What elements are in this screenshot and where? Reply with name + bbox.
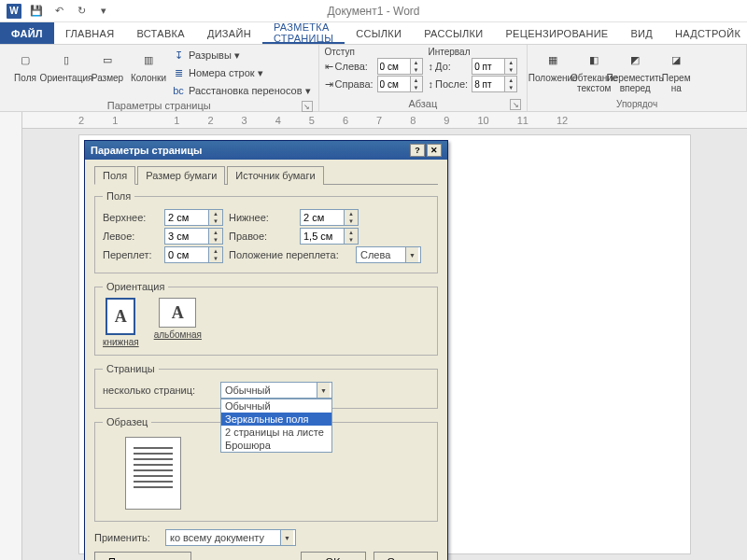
hyphenation-button[interactable]: bcРасстановка переносов ▾ xyxy=(170,82,313,99)
cancel-button[interactable]: Отмена xyxy=(374,552,438,560)
multiple-pages-select[interactable]: Обычный▼ xyxy=(220,382,332,399)
chevron-down-icon[interactable]: ▼ xyxy=(280,530,293,545)
tab-addins[interactable]: НАДСТРОЙК xyxy=(664,22,747,44)
send-backward-button[interactable]: ◪Перем на xyxy=(656,47,696,95)
ribbon-tabs: ФАЙЛ ГЛАВНАЯ ВСТАВКА ДИЗАЙН РАЗМЕТКА СТР… xyxy=(0,22,747,45)
margins-icon: ▢ xyxy=(12,49,38,71)
spacing-after-input[interactable]: ▲▼ xyxy=(472,76,517,92)
columns-icon: ▥ xyxy=(135,49,162,71)
qat-more-icon[interactable]: ▾ xyxy=(93,2,114,21)
spacing-header: Интервал xyxy=(429,47,522,57)
group-arrange: ▦Положение ◧Обтекание текстом ◩Перемести… xyxy=(528,45,747,111)
title-bar: W 💾 ↶ ↻ ▾ Документ1 - Word xyxy=(0,0,747,22)
ribbon: ▢Поля ▯Ориентация ▭Размер ▥Колонки ↧Разр… xyxy=(0,45,747,112)
tab-file[interactable]: ФАЙЛ xyxy=(0,22,54,44)
dropdown-option[interactable]: Брошюра xyxy=(221,439,331,452)
paragraph-launcher-icon[interactable]: ↘ xyxy=(510,99,521,110)
spin-up-icon[interactable]: ▲ xyxy=(411,59,422,66)
multiple-pages-label: несколько страниц: xyxy=(103,385,215,396)
page-setup-launcher-icon[interactable]: ↘ xyxy=(302,101,313,112)
gutter-input[interactable]: ▲▼ xyxy=(164,246,223,263)
indent-right-label: ⇥Справа: xyxy=(325,78,374,91)
dropdown-option[interactable]: Обычный xyxy=(221,399,331,413)
margin-right-input[interactable]: ▲▼ xyxy=(300,228,359,245)
margin-top-label: Верхнее: xyxy=(103,212,159,223)
size-icon: ▭ xyxy=(94,49,120,71)
group-page-setup: ▢Поля ▯Ориентация ▭Размер ▥Колонки ↧Разр… xyxy=(0,45,319,111)
close-icon[interactable]: ✕ xyxy=(427,144,442,157)
chevron-down-icon[interactable]: ▼ xyxy=(405,247,418,262)
size-button[interactable]: ▭Размер xyxy=(88,47,127,85)
tab-insert[interactable]: ВСТАВКА xyxy=(125,22,195,44)
position-icon: ▦ xyxy=(540,49,566,71)
dialog-tab-layout[interactable]: Источник бумаги xyxy=(227,166,323,185)
breaks-button[interactable]: ↧Разрывы ▾ xyxy=(170,47,313,63)
tab-references[interactable]: ССЫЛКИ xyxy=(345,22,413,44)
page-setup-dialog: Параметры страницы ? ✕ Поля Размер бумаг… xyxy=(84,140,448,560)
pages-fieldset: Страницы несколько страниц: Обычный▼ Обы… xyxy=(94,363,438,409)
spacing-before-icon: ↕ xyxy=(429,61,434,72)
ok-button[interactable]: OK xyxy=(301,552,366,560)
spin-down-icon[interactable]: ▼ xyxy=(411,66,422,74)
hyphenation-icon: bc xyxy=(172,84,185,97)
wrap-icon: ◧ xyxy=(581,49,607,71)
orientation-fieldset: Ориентация A книжная A альбомная xyxy=(94,281,438,356)
quick-access-toolbar: W 💾 ↶ ↻ ▾ xyxy=(0,2,114,21)
indent-right-input[interactable]: ▲▼ xyxy=(377,76,423,92)
indent-left-input[interactable]: ▲▼ xyxy=(377,58,423,75)
document-title: Документ1 - Word xyxy=(327,5,419,18)
word-icon: W xyxy=(4,2,24,21)
dropdown-option[interactable]: Зеркальные поля xyxy=(221,413,331,426)
help-icon[interactable]: ? xyxy=(410,144,425,157)
indent-left-label: ⇤Слева: xyxy=(325,61,374,73)
apply-to-label: Применить: xyxy=(94,532,160,543)
dialog-tab-margins[interactable]: Поля xyxy=(94,166,135,185)
margin-top-input[interactable]: ▲▼ xyxy=(164,209,223,226)
dialog-tab-paper[interactable]: Размер бумаги xyxy=(137,166,225,185)
tab-page-layout[interactable]: РАЗМЕТКА СТРАНИЦЫ xyxy=(262,22,345,44)
position-button[interactable]: ▦Положение xyxy=(533,47,572,85)
spacing-after-icon: ↕ xyxy=(429,78,434,90)
orientation-landscape[interactable]: A альбомная xyxy=(154,298,202,347)
tab-mailings[interactable]: РАССЫЛКИ xyxy=(413,22,494,44)
bring-forward-button[interactable]: ◩Переместить вперед xyxy=(615,47,655,95)
gutter-position-select[interactable]: Слева▼ xyxy=(356,246,421,263)
undo-icon[interactable]: ↶ xyxy=(49,2,69,21)
dialog-title-bar[interactable]: Параметры страницы ? ✕ xyxy=(85,141,447,160)
dropdown-option[interactable]: 2 страницы на листе xyxy=(221,426,331,439)
dialog-title: Параметры страницы xyxy=(91,145,202,156)
horizontal-ruler[interactable]: 21123456789101112 xyxy=(22,112,747,129)
group-label-arrange: Упорядоч xyxy=(533,98,740,111)
orientation-icon: ▯ xyxy=(53,49,79,71)
margins-fieldset: Поля Верхнее: ▲▼ Нижнее: ▲▼ Левое: ▲▼ Пр… xyxy=(94,190,438,273)
defaults-button[interactable]: По умолчанию xyxy=(94,552,191,560)
vertical-ruler[interactable] xyxy=(0,112,22,560)
group-paragraph: Отступ ⇤Слева: ▲▼ ⇥Справа: ▲▼ Интервал ↕… xyxy=(319,45,529,111)
orientation-portrait[interactable]: A книжная xyxy=(103,298,139,347)
multiple-pages-dropdown: Обычный Зеркальные поля 2 страницы на ли… xyxy=(220,399,332,453)
margin-left-input[interactable]: ▲▼ xyxy=(164,228,223,245)
apply-to-select[interactable]: ко всему документу▼ xyxy=(165,529,296,546)
breaks-icon: ↧ xyxy=(172,49,185,62)
dialog-tabs: Поля Размер бумаги Источник бумаги xyxy=(94,165,438,185)
chevron-down-icon[interactable]: ▼ xyxy=(317,383,330,398)
preview-thumbnail xyxy=(125,437,181,510)
columns-button[interactable]: ▥Колонки xyxy=(129,47,168,85)
redo-icon[interactable]: ↻ xyxy=(71,2,92,21)
backward-icon: ◪ xyxy=(663,49,689,71)
tab-design[interactable]: ДИЗАЙН xyxy=(196,22,262,44)
indent-right-icon: ⇥ xyxy=(325,78,333,91)
orientation-button[interactable]: ▯Ориентация xyxy=(47,47,86,85)
gutter-position-label: Положение переплета: xyxy=(229,249,350,260)
spacing-before-label: ↕До: xyxy=(429,61,469,72)
margin-bottom-input[interactable]: ▲▼ xyxy=(300,209,359,226)
tab-home[interactable]: ГЛАВНАЯ xyxy=(54,22,126,44)
tab-review[interactable]: РЕЦЕНЗИРОВАНИЕ xyxy=(494,22,619,44)
group-label-page-setup: Параметры страницы↘ xyxy=(6,99,313,113)
line-numbers-button[interactable]: ≣Номера строк ▾ xyxy=(170,64,313,81)
spacing-before-input[interactable]: ▲▼ xyxy=(472,58,517,75)
indent-left-icon: ⇤ xyxy=(325,61,333,73)
tab-view[interactable]: ВИД xyxy=(619,22,664,44)
save-icon[interactable]: 💾 xyxy=(26,2,47,21)
indent-header: Отступ xyxy=(325,47,427,57)
